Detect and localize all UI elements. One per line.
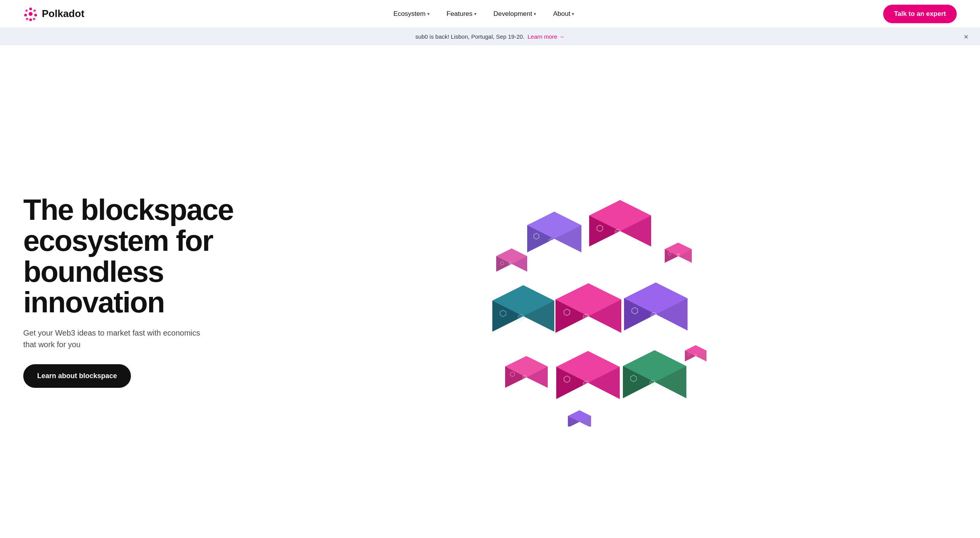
announcement-banner: sub0 is back! Lisbon, Portugal, Sep 19-2… (0, 28, 980, 45)
svg-point-9 (29, 12, 33, 16)
svg-text:◎: ◎ (614, 227, 621, 236)
chevron-down-icon: ▾ (534, 11, 536, 17)
banner-close-button[interactable]: × (964, 32, 968, 41)
nav-development[interactable]: Development ▾ (487, 7, 543, 21)
svg-text:⬡: ⬡ (630, 374, 637, 383)
svg-point-4 (33, 18, 35, 20)
svg-point-7 (24, 14, 27, 16)
hero-subtitle: Get your Web3 ideas to market fast with … (23, 327, 209, 350)
svg-point-1 (29, 7, 32, 10)
hero-content: The blockspace ecosystem for boundless i… (23, 194, 233, 388)
svg-point-6 (26, 18, 28, 20)
svg-text:◎: ◎ (583, 312, 589, 320)
logo-link[interactable]: Polkadot (23, 7, 84, 21)
hero-section: The blockspace ecosystem for boundless i… (0, 45, 980, 529)
svg-text:◎: ◎ (676, 252, 680, 257)
svg-text:⬡: ⬡ (668, 251, 672, 256)
svg-text:◎: ◎ (518, 312, 524, 321)
chevron-down-icon: ▾ (427, 11, 430, 17)
svg-text:⬡: ⬡ (596, 223, 603, 233)
svg-text:◎: ◎ (694, 353, 697, 357)
logo-icon (23, 7, 38, 21)
svg-text:⬡: ⬡ (563, 307, 571, 317)
svg-text:⬡: ⬡ (533, 232, 540, 240)
svg-text:◎: ◎ (509, 260, 511, 266)
banner-text: sub0 is back! Lisbon, Portugal, Sep 19-2… (415, 33, 524, 40)
svg-text:⬡: ⬡ (500, 260, 504, 266)
hero-illustration: ⬡ ◎ ⬡ ◎ ⬡ ◎ (233, 156, 957, 427)
svg-text:⬡: ⬡ (510, 371, 515, 377)
nav-links: Ecosystem ▾ Features ▾ Development ▾ Abo… (387, 7, 581, 21)
hero-title: The blockspace ecosystem for boundless i… (23, 194, 233, 318)
banner-link[interactable]: Learn more → (528, 33, 565, 40)
chevron-down-icon: ▾ (474, 11, 476, 17)
talk-to-expert-button[interactable]: Talk to an expert (883, 5, 957, 23)
svg-point-3 (34, 14, 37, 16)
logo-text: Polkadot (42, 8, 84, 20)
chevron-down-icon: ▾ (572, 11, 574, 17)
svg-text:◎: ◎ (548, 236, 555, 244)
svg-text:⬡: ⬡ (499, 308, 507, 318)
svg-text:⬡: ⬡ (563, 374, 571, 384)
svg-point-2 (34, 9, 36, 12)
cube-grid-svg: ⬡ ◎ ⬡ ◎ ⬡ ◎ (459, 156, 731, 427)
learn-blockspace-button[interactable]: Learn about blockspace (23, 364, 131, 388)
svg-text:◎: ◎ (583, 379, 589, 387)
navbar: Polkadot Ecosystem ▾ Features ▾ Developm… (0, 0, 980, 28)
nav-features[interactable]: Features ▾ (440, 7, 483, 21)
svg-text:⬡: ⬡ (687, 352, 690, 356)
svg-text:⬡: ⬡ (631, 306, 638, 315)
svg-text:◎: ◎ (650, 310, 657, 319)
nav-about[interactable]: About ▾ (546, 7, 581, 21)
svg-text:◎: ◎ (522, 374, 527, 380)
nav-ecosystem[interactable]: Ecosystem ▾ (387, 7, 437, 21)
svg-point-5 (29, 18, 32, 21)
svg-text:◎: ◎ (649, 378, 656, 387)
svg-point-8 (26, 9, 28, 12)
